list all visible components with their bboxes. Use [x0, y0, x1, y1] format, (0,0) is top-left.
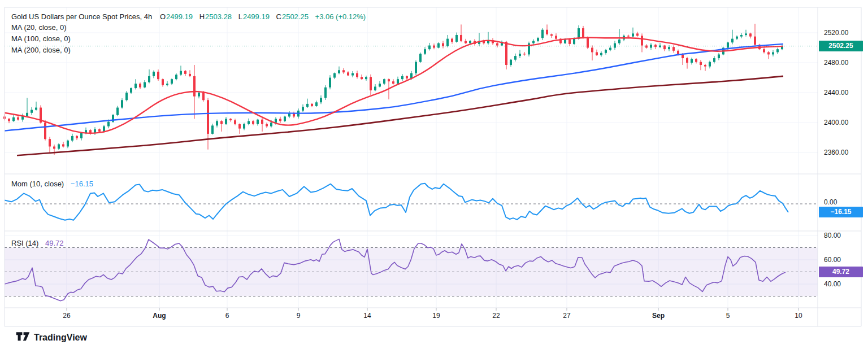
- candle-body: [672, 47, 675, 51]
- ma20-legend[interactable]: MA (20, close, 0): [11, 23, 67, 32]
- time-axis-label: 19: [424, 312, 449, 320]
- candle-body: [718, 54, 720, 58]
- candle-body: [356, 73, 358, 77]
- candle-body: [144, 82, 146, 87]
- candle-body: [451, 39, 453, 42]
- candle-body: [121, 100, 123, 107]
- candle-body: [749, 33, 752, 36]
- rsi-axis-label: 80.00: [824, 232, 841, 239]
- candle-body: [582, 28, 584, 38]
- price-axis-label: 2440.00: [824, 89, 848, 97]
- candle-body: [406, 76, 408, 78]
- price-axis-label: 2360.00: [824, 149, 848, 156]
- candle-body: [677, 51, 679, 55]
- candle-body: [365, 77, 367, 79]
- candle-body: [361, 77, 363, 79]
- candle-body: [189, 74, 191, 76]
- candle-body: [211, 125, 214, 134]
- candle-body: [80, 133, 83, 138]
- candle-body: [180, 71, 182, 75]
- candle-body: [627, 36, 630, 36]
- candle-body: [636, 33, 639, 36]
- candle-body: [401, 76, 403, 79]
- candle-body: [270, 123, 272, 126]
- candle-body: [668, 47, 670, 49]
- momentum-legend[interactable]: Mom (10, close) −16.15: [11, 180, 93, 188]
- candle-body: [338, 70, 340, 73]
- ohlc-close-label: C: [276, 12, 281, 21]
- candle-body: [252, 121, 254, 124]
- candle-body: [767, 52, 770, 54]
- candle-body: [266, 124, 268, 126]
- candle-body: [103, 126, 105, 132]
- time-axis-label: 10: [786, 312, 811, 320]
- candle-body: [333, 73, 336, 78]
- candle-body: [532, 41, 535, 43]
- ma200-legend[interactable]: MA (200, close, 0): [11, 46, 71, 54]
- candle-body: [315, 102, 318, 106]
- candle-body: [618, 40, 620, 43]
- main-legend[interactable]: Gold US Dollars per Ounce Spot Prices, 4…: [11, 12, 366, 21]
- time-axis-label: 14: [355, 312, 380, 320]
- candle-body: [505, 42, 507, 65]
- chart-canvas[interactable]: [0, 0, 868, 349]
- candle-body: [772, 52, 774, 54]
- time-axis-label: 26: [54, 312, 79, 320]
- candle-body: [8, 119, 10, 121]
- candle-body: [632, 33, 634, 36]
- rsi-legend-label: RSI (14): [11, 239, 38, 247]
- candle-body: [704, 65, 706, 67]
- candle-body: [26, 113, 28, 116]
- momentum-legend-label: Mom (10, close): [11, 180, 64, 188]
- candle-body: [351, 73, 354, 76]
- price-axis-label: 2520.00: [824, 29, 848, 37]
- candle-body: [455, 35, 458, 42]
- candle-body: [320, 98, 322, 102]
- candle-body: [342, 70, 345, 72]
- candle-body: [293, 114, 295, 116]
- candle-body: [754, 37, 756, 45]
- candle-body: [324, 88, 327, 98]
- candle-body: [709, 62, 711, 67]
- candle-body: [763, 49, 765, 52]
- candle-body: [257, 120, 259, 124]
- tradingview-chart-widget: Gold US Dollars per Ounce Spot Prices, 4…: [0, 0, 868, 349]
- candle-body: [541, 30, 544, 38]
- rsi-legend[interactable]: RSI (14) 49.72: [11, 239, 64, 247]
- candle-body: [383, 79, 385, 84]
- candle-body: [302, 107, 304, 111]
- candle-body: [216, 121, 218, 125]
- candle-body: [306, 104, 309, 107]
- candle-body: [53, 146, 55, 149]
- momentum-line: [5, 184, 788, 220]
- candle-body: [166, 84, 168, 85]
- candle-body: [220, 121, 223, 124]
- candle-body: [605, 50, 607, 53]
- candle-body: [568, 40, 571, 44]
- candle-body: [71, 136, 73, 141]
- momentum-legend-value: −16.15: [71, 180, 93, 188]
- candle-body: [370, 77, 372, 90]
- ohlc-low-value: 2499.19: [243, 12, 270, 21]
- candle-body: [564, 40, 566, 43]
- candle-body: [248, 121, 250, 124]
- ma100-legend[interactable]: MA (100, close, 0): [11, 34, 71, 43]
- candle-body: [379, 84, 381, 86]
- candle-body: [596, 52, 598, 55]
- candle-body: [76, 136, 78, 138]
- candle-body: [609, 48, 611, 50]
- time-axis-label: 27: [554, 312, 579, 320]
- candle-body: [229, 119, 232, 120]
- candle-body: [139, 84, 141, 88]
- candle-body: [171, 79, 173, 84]
- candle-body: [49, 139, 51, 146]
- candle-body: [279, 119, 281, 121]
- candle-body: [184, 71, 186, 74]
- time-axis-label: Aug: [147, 312, 172, 320]
- symbol-title[interactable]: Gold US Dollars per Ounce Spot Prices, 4…: [11, 12, 152, 21]
- change-value: +3.06 (+0.12%): [315, 12, 366, 21]
- candle-body: [238, 124, 241, 129]
- candle-body: [130, 88, 132, 93]
- candle-body: [691, 59, 693, 63]
- tradingview-logo[interactable]: TradingView: [16, 331, 87, 343]
